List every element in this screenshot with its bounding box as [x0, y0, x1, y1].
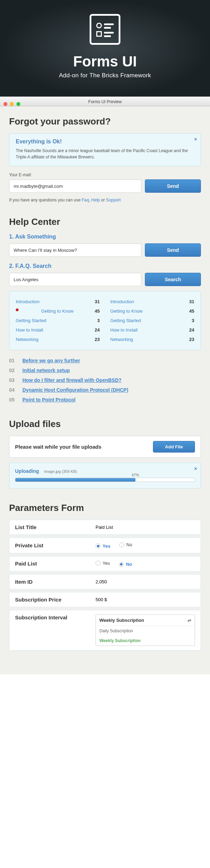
faq-category-row[interactable]: Introduction31 — [16, 297, 100, 306]
param-sub-price: Subscription Price — [9, 592, 201, 607]
paid-yes-radio[interactable]: Yes — [96, 561, 110, 566]
upload-filename: image.jpg (359 KB) — [44, 469, 77, 474]
faq-categories-panel: Introduction31Getting to Know45Getting S… — [9, 291, 201, 350]
faq-category-row[interactable]: How to Install24 — [110, 325, 194, 335]
faq-category-row[interactable]: Networking23 — [16, 335, 100, 344]
support-link[interactable]: Support — [106, 198, 121, 202]
faq-category-row[interactable]: Introduction31 — [110, 297, 194, 306]
forgot-heading: Forgot your password? — [9, 116, 201, 127]
close-icon[interactable] — [4, 102, 7, 106]
email-label: Your E-mail: — [9, 172, 201, 177]
search-button[interactable]: Search — [145, 273, 201, 286]
upload-heading: Upload files — [9, 419, 201, 429]
upload-status: Uploading — [15, 468, 39, 474]
faq-search-input[interactable] — [9, 273, 141, 286]
progress-bar: 67% — [15, 478, 195, 482]
paid-no-radio[interactable]: No — [119, 562, 132, 567]
article-link[interactable]: How do I filter and firewall with OpenBS… — [22, 377, 121, 383]
private-yes-radio[interactable]: Yes — [96, 543, 110, 549]
upload-bar: Please wait while your file uploads Add … — [9, 436, 201, 458]
forms-icon — [90, 14, 120, 45]
hint-text: If you have any questions you can use Fa… — [9, 198, 201, 202]
chevron-updown-icon: ▴▾ — [188, 618, 191, 622]
faq-category-link[interactable]: Getting Started — [16, 318, 46, 323]
param-list-title: List Title — [9, 520, 201, 535]
window-titlebar: Forms UI Preview — [0, 97, 210, 106]
article-link[interactable]: Before we go any further — [22, 358, 80, 363]
faq-category-row[interactable]: Getting Started3 — [110, 316, 194, 325]
article-link[interactable]: Initial network setup — [22, 368, 70, 373]
select-option[interactable]: Weekly Subscription — [96, 636, 195, 646]
faq-subheading: 2. F.A.Q. Search — [9, 263, 201, 269]
faq-category-link[interactable]: Introduction — [110, 299, 134, 304]
article-list: 01Before we go any further02Initial netw… — [9, 356, 201, 405]
info-alert: × Everything is Ok! The Nashville Sounds… — [9, 133, 201, 166]
params-heading: Parameters Form — [9, 503, 201, 513]
param-private-list: Private List Yes No — [9, 538, 201, 553]
item-id-input[interactable] — [96, 579, 195, 584]
faq-category-link[interactable]: Getting Started — [110, 318, 141, 323]
faq-category-link[interactable]: Getting to Know — [41, 308, 74, 314]
article-item: 03How do I filter and firewall with Open… — [9, 375, 201, 385]
faq-category-row[interactable]: Getting to Know45 — [110, 306, 194, 316]
article-item: 05Point to Point Protocol — [9, 395, 201, 405]
list-title-input[interactable] — [96, 525, 195, 530]
send-button[interactable]: Send — [145, 179, 201, 193]
faq-category-row[interactable]: How to Install24 — [16, 325, 100, 335]
sub-price-input[interactable] — [96, 597, 195, 602]
faq-link[interactable]: Faq — [82, 198, 89, 202]
close-icon[interactable]: × — [194, 136, 197, 142]
alert-body: The Nashville Sounds are a minor league … — [16, 148, 194, 160]
hero-title: Forms UI — [0, 53, 210, 70]
close-icon[interactable]: × — [194, 466, 197, 471]
param-paid-list: Paid List Yes No — [9, 556, 201, 572]
help-heading: Help Center — [9, 216, 201, 227]
faq-category-link[interactable]: Introduction — [16, 299, 40, 304]
upload-message: Please wait while your file uploads — [15, 444, 102, 450]
hero-banner: Forms UI Add-on for The Bricks Framework — [0, 0, 210, 97]
ask-send-button[interactable]: Send — [145, 243, 201, 257]
minimize-icon[interactable] — [10, 102, 14, 106]
help-link[interactable]: Help — [91, 198, 100, 202]
faq-category-row[interactable]: Getting to Know45 — [16, 306, 100, 316]
select-option[interactable]: Daily Subscription — [96, 626, 195, 636]
sub-interval-select[interactable]: Weekly Subscription ▴▾ Daily Subscriptio… — [96, 614, 195, 646]
param-sub-interval: Subscription Interval Weekly Subscriptio… — [9, 610, 201, 650]
ask-input[interactable] — [9, 243, 141, 257]
ask-subheading: 1. Ask Something — [9, 234, 201, 240]
param-item-id: Item ID — [9, 574, 201, 589]
window-title: Forms UI Preview — [88, 99, 121, 104]
faq-category-row[interactable]: Networking23 — [110, 335, 194, 344]
add-file-button[interactable]: Add File — [153, 441, 195, 453]
faq-category-link[interactable]: Networking — [110, 337, 133, 342]
pin-icon — [16, 308, 19, 311]
article-item: 02Initial network setup — [9, 365, 201, 375]
email-field[interactable] — [9, 179, 141, 193]
upload-progress-panel: × Uploading image.jpg (359 KB) 67% — [9, 463, 201, 489]
progress-percent: 67% — [132, 473, 139, 477]
traffic-lights[interactable] — [4, 100, 22, 109]
article-item: 04Dynamic Host Configuration Protocol (D… — [9, 385, 201, 395]
alert-title: Everything is Ok! — [16, 138, 194, 145]
faq-category-row[interactable]: Getting Started3 — [16, 316, 100, 325]
article-item: 01Before we go any further — [9, 356, 201, 365]
hero-subtitle: Add-on for The Bricks Framework — [0, 72, 210, 79]
faq-category-link[interactable]: Networking — [16, 337, 38, 342]
faq-category-link[interactable]: Getting to Know — [110, 308, 143, 314]
faq-category-link[interactable]: How to Install — [16, 327, 43, 333]
article-link[interactable]: Point to Point Protocol — [22, 397, 76, 403]
private-no-radio[interactable]: No — [119, 542, 132, 547]
article-link[interactable]: Dynamic Host Configuration Protocol (DHC… — [22, 387, 128, 393]
faq-category-link[interactable]: How to Install — [110, 327, 138, 333]
maximize-icon[interactable] — [16, 102, 20, 106]
